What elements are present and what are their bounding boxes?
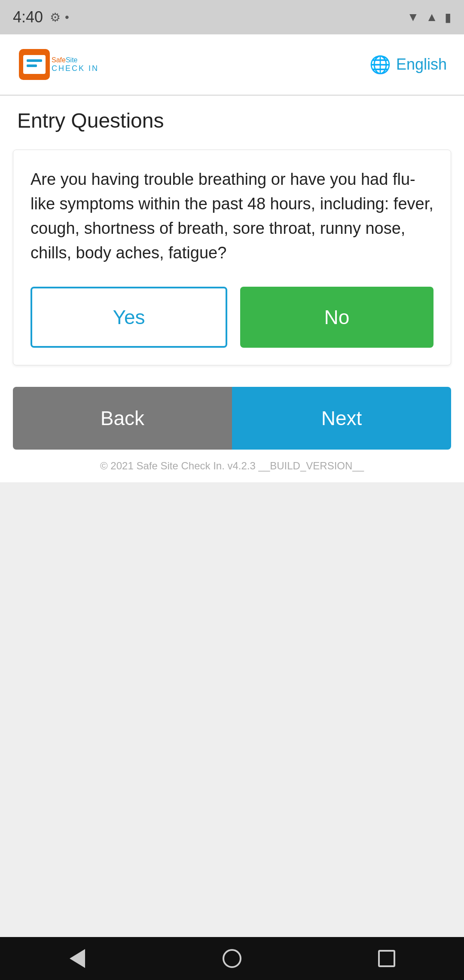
bottom-area — [0, 482, 464, 937]
logo-checkin: CHECK IN — [52, 64, 99, 72]
language-selector[interactable]: 🌐 English — [369, 55, 447, 75]
settings-icon: ⚙ — [50, 10, 61, 24]
recents-nav-button[interactable] — [372, 943, 402, 974]
status-time: 4:40 — [13, 8, 43, 26]
logo-safe: Safe — [52, 56, 66, 64]
status-bar: 4:40 ⚙ • ▼ ▲ ▮ — [0, 0, 464, 34]
android-nav — [0, 937, 464, 980]
main-content: SafeSite CHECK IN 🌐 English Entry Questi… — [0, 34, 464, 937]
yes-button[interactable]: Yes — [31, 287, 227, 348]
logo-name: SafeSite — [52, 57, 99, 64]
logo: SafeSite CHECK IN — [17, 47, 99, 82]
status-right: ▼ ▲ ▮ — [407, 10, 451, 24]
globe-icon: 🌐 — [369, 55, 391, 75]
home-nav-button[interactable] — [217, 943, 247, 974]
question-card: Are you having trouble breathing or have… — [13, 150, 451, 365]
status-icons: ⚙ • — [50, 10, 69, 24]
back-triangle-icon — [70, 949, 85, 968]
dot-icon: • — [65, 10, 69, 24]
status-left: 4:40 ⚙ • — [13, 8, 69, 26]
header: SafeSite CHECK IN 🌐 English — [0, 34, 464, 95]
answer-buttons: Yes No — [31, 287, 433, 348]
wifi-icon: ▼ — [407, 10, 419, 24]
logo-icon — [17, 47, 52, 82]
back-nav-button[interactable] — [62, 943, 92, 974]
logo-text: SafeSite CHECK IN — [52, 57, 99, 72]
copyright-text: © 2021 Safe Site Check In. v4.2.3 __BUIL… — [100, 460, 364, 472]
battery-icon: ▮ — [445, 10, 451, 24]
no-button[interactable]: No — [240, 287, 433, 348]
next-button[interactable]: Next — [232, 387, 451, 450]
page-title: Entry Questions — [0, 96, 464, 141]
footer: © 2021 Safe Site Check In. v4.2.3 __BUIL… — [0, 450, 464, 482]
signal-icon: ▲ — [426, 10, 438, 24]
language-text: English — [396, 55, 447, 74]
svg-rect-3 — [27, 64, 37, 67]
recents-square-icon — [378, 950, 395, 967]
home-circle-icon — [223, 949, 241, 968]
logo-site: Site — [66, 56, 78, 64]
question-text: Are you having trouble breathing or have… — [31, 167, 433, 265]
svg-rect-2 — [27, 59, 42, 62]
nav-buttons: Back Next — [13, 387, 451, 450]
back-button[interactable]: Back — [13, 387, 232, 450]
